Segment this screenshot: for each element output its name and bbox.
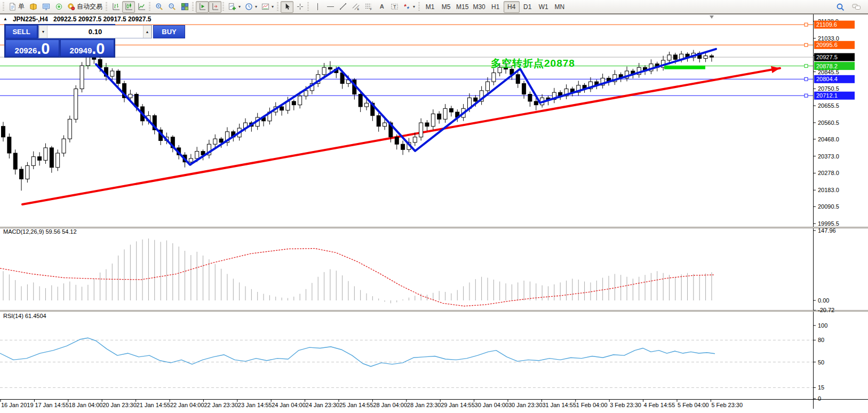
candle-bear — [7, 137, 11, 153]
buy-button[interactable]: BUY — [153, 25, 185, 38]
buy-price-pips: .0 — [92, 43, 105, 55]
label-button[interactable]: T — [388, 1, 401, 13]
label-icon: T — [391, 3, 399, 11]
tf-m15-button-label: M15 — [456, 3, 468, 11]
text-button[interactable]: A — [375, 1, 388, 13]
tf-m30-button[interactable]: M30 — [471, 1, 487, 13]
new-order-button[interactable]: 单 — [6, 1, 27, 13]
candle-bear — [377, 116, 380, 126]
bar-chart-button[interactable] — [109, 1, 122, 13]
strategy-tester-button[interactable] — [52, 1, 65, 13]
periods-icon — [245, 3, 253, 11]
candle-bear — [280, 107, 284, 110]
price-tick-label: 20560.5 — [818, 120, 839, 126]
collapse-icon[interactable]: ▲ — [3, 17, 7, 21]
terminal-button[interactable] — [39, 1, 52, 13]
candle-bear — [534, 101, 538, 105]
toolbar-group-separator — [277, 2, 278, 12]
dropdown-arrow-icon[interactable]: ▾ — [413, 4, 415, 9]
channel-button[interactable]: E — [349, 1, 362, 13]
price-tick-label: 20373.0 — [818, 153, 839, 160]
price-badge-label: 20927.5 — [816, 54, 838, 60]
tf-d1-button[interactable]: D1 — [520, 1, 536, 13]
search-button[interactable] — [834, 1, 847, 13]
zoom-out-button[interactable] — [165, 1, 178, 13]
tf-m5-button[interactable]: M5 — [438, 1, 454, 13]
chart-shift-button[interactable] — [209, 1, 221, 13]
tf-m15-button[interactable]: M15 — [454, 1, 471, 13]
indicators-button[interactable]: ▾ — [226, 1, 243, 13]
trendline-button[interactable] — [337, 1, 349, 13]
periods-button[interactable]: ▾ — [243, 1, 259, 13]
vertical-line-button[interactable] — [311, 1, 324, 13]
sell-price-button[interactable]: 20926 .0 — [5, 39, 59, 57]
time-tick-label: 5 Feb 23:30 — [711, 402, 743, 408]
autotrading-icon — [67, 3, 75, 11]
cursor-button[interactable] — [281, 1, 293, 13]
candle-bull — [443, 108, 447, 119]
candlestick-chart-button[interactable] — [122, 1, 135, 13]
price-badge-label: 20995.6 — [816, 42, 838, 48]
time-tick-label: 5 Feb 04:00 — [678, 402, 709, 408]
chart-canvas[interactable]: 21128.021033.020938.020845.520750.520655… — [0, 14, 868, 413]
candle-bear — [425, 123, 429, 126]
price-tick-label: 20278.0 — [818, 170, 839, 176]
time-tick-label: 31 Jan 14:55 — [542, 402, 576, 408]
svg-text:E: E — [357, 7, 359, 11]
candle-bull — [419, 123, 423, 137]
toolbar-group-separator — [106, 2, 107, 12]
candle-bear — [437, 114, 441, 119]
dropdown-arrow-icon[interactable]: ▾ — [238, 4, 241, 9]
candle-bull — [213, 139, 217, 144]
tf-h1-button[interactable]: H1 — [488, 1, 504, 13]
dropdown-arrow-icon[interactable]: ▾ — [255, 4, 257, 9]
rsi-tick-label: 80 — [818, 337, 824, 343]
crosshair-button[interactable] — [293, 1, 306, 13]
candle-bull — [704, 56, 707, 59]
buy-price-button[interactable]: 20949 .0 — [60, 39, 114, 57]
auto-scroll-button[interactable] — [196, 1, 209, 13]
zoom-in-button[interactable] — [153, 1, 165, 13]
arrows-button[interactable]: ▾ — [401, 1, 417, 13]
tf-mn-button[interactable]: MN — [552, 1, 568, 13]
lot-size-group: ▼ ▲ — [38, 25, 152, 38]
time-tick-label: 29 Jan 14:55 — [441, 402, 475, 408]
tf-h4-button-label: H4 — [507, 3, 515, 11]
tf-h4-button[interactable]: H4 — [504, 1, 520, 13]
macd-tick-label: 0.00 — [818, 297, 829, 304]
time-tick-label: 24 Jan 04:00 — [272, 402, 306, 408]
lot-decrease-button[interactable]: ▼ — [39, 26, 47, 38]
sell-button[interactable]: SELL — [5, 25, 37, 38]
market-watch-button[interactable] — [27, 1, 39, 13]
time-tick-label: 30 Jan 23:30 — [508, 402, 543, 408]
svg-text:A: A — [379, 3, 384, 10]
candle-bear — [50, 148, 53, 168]
templates-button[interactable]: ▾ — [259, 1, 276, 13]
tf-m30-button-label: M30 — [473, 3, 485, 11]
fibonacci-icon: F — [365, 3, 373, 11]
price-badge-label: 20804.4 — [816, 76, 838, 82]
search-icon — [836, 3, 845, 11]
autotrading-button[interactable]: 自动交易 — [65, 1, 105, 13]
lot-increase-button[interactable]: ▲ — [143, 26, 152, 38]
zoom-in-icon — [155, 3, 163, 11]
candle-bear — [2, 126, 5, 137]
lot-size-input[interactable] — [47, 26, 143, 38]
tf-w1-button[interactable]: W1 — [536, 1, 552, 13]
line-chart-button[interactable] — [135, 1, 148, 13]
candle-bear — [673, 55, 677, 59]
price-tick-label: 20183.0 — [818, 187, 839, 193]
time-tick-label: 22 Jan 23:30 — [204, 402, 238, 408]
fibonacci-button[interactable]: F — [362, 1, 375, 13]
candle-bull — [189, 158, 193, 162]
dropdown-arrow-icon[interactable]: ▾ — [272, 4, 274, 9]
chart-shift-icon — [211, 3, 219, 11]
time-tick-label: 18 Jan 04:00 — [69, 402, 103, 408]
candle-bear — [13, 153, 17, 169]
horizontal-line-button[interactable] — [324, 1, 337, 13]
time-tick-label: 28 Jan 23:30 — [407, 402, 441, 408]
price-badge-label: 21109.6 — [816, 21, 837, 28]
chat-button[interactable] — [850, 1, 863, 13]
tf-m1-button[interactable]: M1 — [422, 1, 438, 13]
tile-windows-button[interactable] — [178, 1, 191, 13]
